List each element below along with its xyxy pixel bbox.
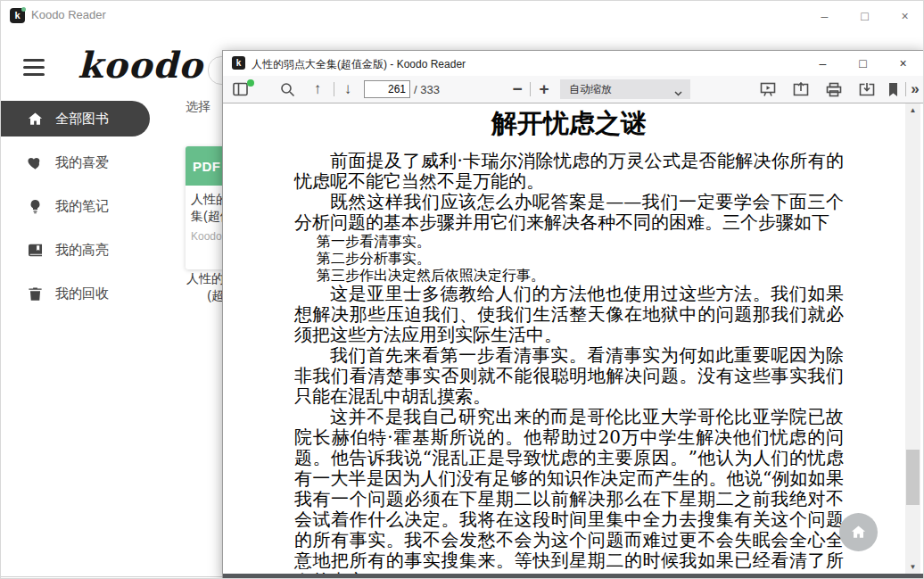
pdf-page-text: 解开忧虑之谜 前面提及了威利·卡瑞尔消除忧虑的万灵公式是否能解决你所有的忧虑呢不…	[294, 103, 844, 574]
toolbar-separator	[905, 82, 906, 96]
scrollbar-thumb[interactable]	[906, 450, 920, 505]
back-to-library-button[interactable]	[839, 513, 878, 551]
zoom-level-select[interactable]: 自动缩放	[560, 79, 690, 99]
sidebar-item-label: 我的笔记	[55, 198, 109, 215]
page-number-input[interactable]	[364, 80, 410, 98]
screen: k Koodo Reader – □ × koodo 全部图书 我的喜爱	[0, 0, 924, 579]
reader-titlebar: k 人性的弱点大全集(超值金版) - Koodo Reader – □ ×	[223, 51, 923, 76]
paragraph: 这并不是我自己研究出来的而是哥伦比亚大学哥伦比亚学院已故院长赫伯特·霍基斯所说的…	[294, 407, 844, 574]
scroll-up-icon[interactable]: ▲	[905, 103, 920, 117]
chevron-down-icon	[674, 87, 682, 99]
main-window-title: Koodo Reader	[31, 8, 106, 21]
sidebar-item-label: 我的喜爱	[55, 154, 109, 171]
step-line: 第二步分析事实。	[317, 250, 844, 267]
reader-app-icon: k	[232, 56, 245, 70]
step-line: 第三步作出决定然后依照决定行事。	[317, 267, 844, 284]
toolbar-separator	[334, 82, 334, 96]
app-icon-letter: k	[14, 10, 20, 21]
sidebar-item-label: 我的回收	[55, 285, 109, 302]
vertical-scrollbar[interactable]: ▲ ▼	[905, 103, 920, 574]
zoom-in-button[interactable]: +	[533, 76, 555, 103]
chapter-heading: 解开忧虑之谜	[294, 106, 844, 142]
trash-icon	[27, 285, 44, 302]
home-icon	[27, 111, 44, 128]
sidebar: 全部图书 我的喜爱 我的笔记 我的高亮 我的回收	[1, 101, 179, 319]
page-total: / 333	[414, 83, 440, 96]
sidebar-item-label: 全部图书	[55, 111, 109, 128]
format-badge: PDF	[193, 159, 221, 174]
print-button[interactable]	[822, 76, 846, 103]
minimize-button[interactable]: –	[804, 1, 845, 30]
pdf-page: 解开忧虑之谜 前面提及了威利·卡瑞尔消除忧虑的万灵公式是否能解决你所有的忧虑呢不…	[223, 103, 923, 574]
search-icon[interactable]	[276, 76, 298, 103]
heart-icon	[27, 154, 44, 171]
paragraph: 前面提及了威利·卡瑞尔消除忧虑的万灵公式是否能解决你所有的忧虑呢不能它当然不是万…	[294, 151, 844, 192]
paragraph: 既然这样我们应该怎么办呢答案是——我们一定要学会下面三个分析问题的基本步骤并用它…	[294, 192, 844, 233]
open-file-button[interactable]	[789, 76, 813, 103]
minimize-button[interactable]: –	[803, 51, 843, 76]
main-titlebar: k Koodo Reader – □ ×	[1, 1, 924, 30]
scroll-down-icon[interactable]: ▼	[905, 560, 920, 574]
home-icon	[850, 524, 867, 541]
reader-bottom-bar	[223, 574, 923, 579]
sidebar-item-favorites[interactable]: 我的喜爱	[1, 145, 179, 180]
koodo-logo: koodo	[78, 44, 203, 86]
step-line: 第一步看清事实。	[317, 233, 844, 250]
book-icon	[27, 242, 44, 259]
maximize-button[interactable]: □	[845, 1, 885, 30]
sidebar-toggle-button[interactable]	[230, 76, 252, 103]
menu-icon[interactable]	[23, 59, 45, 77]
close-button[interactable]: ×	[885, 1, 924, 30]
save-file-button[interactable]	[855, 76, 879, 103]
paragraph: 这是亚里士多德教给人们的方法他也使用过这些方法。我们如果想解决那些压迫我们、使我…	[294, 284, 844, 345]
app-icon-green-dot	[21, 7, 26, 12]
reader-window-title: 人性的弱点大全集(超值金版) - Koodo Reader	[252, 57, 466, 72]
previous-page-button[interactable]: ↑	[307, 76, 328, 103]
bookmark-button[interactable]	[883, 76, 903, 103]
presentation-mode-button[interactable]	[756, 76, 780, 103]
reader-window: k 人性的弱点大全集(超值金版) - Koodo Reader – □ × ↑ …	[222, 50, 924, 579]
zoom-select-value: 自动缩放	[569, 82, 612, 97]
next-page-button[interactable]: ↓	[337, 76, 359, 103]
more-tools-button[interactable]: »	[908, 76, 922, 103]
koodo-app-icon: k	[10, 8, 25, 23]
sidebar-item-highlights[interactable]: 我的高亮	[1, 232, 179, 268]
main-window-controls: – □ ×	[804, 1, 924, 30]
maximize-button[interactable]: □	[843, 51, 883, 76]
sidebar-item-all-books[interactable]: 全部图书	[1, 101, 150, 136]
sidebar-item-label: 我的高亮	[55, 242, 109, 259]
sidebar-item-trash[interactable]: 我的回收	[1, 276, 179, 311]
close-button[interactable]: ×	[883, 51, 923, 76]
zoom-out-button[interactable]: −	[507, 76, 528, 103]
toolbar-separator	[530, 82, 531, 96]
sidebar-item-notes[interactable]: 我的笔记	[1, 188, 179, 224]
reader-window-controls: – □ ×	[803, 51, 923, 76]
notification-dot	[247, 79, 254, 87]
paragraph: 我们首先来看第一步看清事实。看清事实为何如此重要呢因为除非我们看清楚事实否则就不…	[294, 345, 844, 407]
select-mode-button[interactable]: 选择	[186, 99, 210, 115]
app-icon-letter: k	[236, 58, 242, 68]
bulb-icon	[27, 198, 44, 215]
pdf-toolbar: ↑ ↓ / 333 − + 自动缩放	[223, 76, 923, 103]
